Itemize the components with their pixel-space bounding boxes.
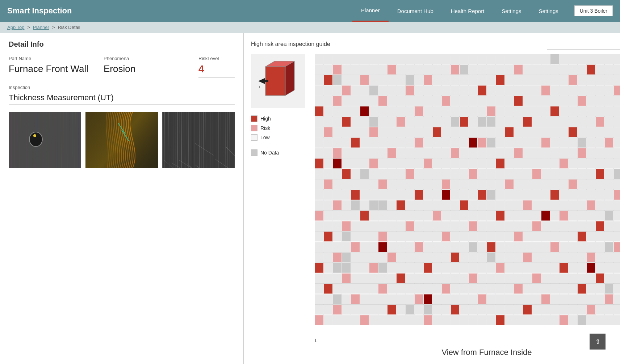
photo-3[interactable] (162, 112, 235, 168)
legend-low: Low (251, 134, 309, 141)
legend-low-color (251, 134, 257, 141)
inspection-label: Inspection (9, 85, 235, 90)
inspection-value: Thickness Measurement (UT) (9, 93, 235, 105)
grid-labels: L R (315, 336, 620, 345)
right-header: High risk area inspection guide Action (251, 39, 620, 50)
nav-health-report[interactable]: Health Report (442, 0, 493, 22)
part-name-value: Furnace Front Wall (9, 63, 89, 77)
left-panel: Detail Info Part Name Furnace Front Wall… (0, 33, 244, 364)
main-content: Detail Info Part Name Furnace Front Wall… (0, 33, 620, 364)
nav-settings-1[interactable]: Settings (493, 0, 530, 22)
grid-label-left: L (315, 338, 318, 343)
photo-2[interactable] (85, 112, 158, 168)
search-input[interactable] (547, 39, 620, 50)
svg-marker-1 (285, 61, 294, 96)
risk-level-label: RiskLevel (198, 56, 235, 61)
app-header: Smart Inspection Planner Document Hub He… (0, 0, 620, 22)
photos-row (9, 112, 235, 168)
phenomena-value: Erosion (104, 63, 184, 77)
legend-side: L High Risk Low (251, 54, 309, 360)
heatmap-grid (315, 54, 620, 336)
detail-info-title: Detail Info (9, 40, 235, 48)
photo-1[interactable] (9, 112, 81, 168)
breadcrumb-sep-1: > (27, 25, 30, 30)
legend-no-data: No Data (251, 149, 309, 156)
svg-text:L: L (259, 85, 261, 89)
scroll-top-button[interactable]: ⇧ (590, 334, 606, 350)
legend-risk-color (251, 125, 257, 131)
legend-no-data-color (251, 149, 257, 156)
furnace-image: L (251, 54, 305, 108)
legend-high: High (251, 115, 309, 122)
risk-level-value: 4 (198, 63, 235, 77)
nav-planner[interactable]: Planner (352, 0, 389, 22)
fields-row-1: Part Name Furnace Front Wall Phenomena E… (9, 56, 235, 77)
view-label: View from Furnace Inside (315, 345, 620, 360)
phenomena-label: Phenomena (104, 56, 184, 61)
header-controls: Action (547, 39, 620, 50)
furnace-3d-icon: L (258, 59, 298, 103)
legend-high-color (251, 115, 257, 122)
legend-high-label: High (260, 116, 271, 122)
part-name-group: Part Name Furnace Front Wall (9, 56, 89, 77)
unit-badge[interactable]: Unit 3 Boiler (574, 5, 613, 16)
legend-risk: Risk (251, 125, 309, 131)
breadcrumb: App Top > Planner > Risk Detail (0, 22, 620, 33)
legend-no-data-label: No Data (260, 150, 279, 156)
legend-risk-label: Risk (260, 125, 270, 131)
grid-area: L R View from Furnace Inside (315, 54, 620, 360)
right-body: L High Risk Low (251, 54, 620, 360)
phenomena-group: Phenomena Erosion (104, 56, 184, 77)
nav-document-hub[interactable]: Document Hub (389, 0, 442, 22)
guide-title: High risk area inspection guide (251, 41, 330, 47)
right-panel: High risk area inspection guide Action (244, 33, 620, 364)
main-nav: Planner Document Hub Health Report Setti… (352, 0, 613, 22)
svg-rect-0 (265, 67, 285, 96)
breadcrumb-current: Risk Detail (58, 25, 80, 30)
risk-level-group: RiskLevel 4 (198, 56, 235, 77)
breadcrumb-app-top[interactable]: App Top (7, 25, 24, 30)
breadcrumb-planner[interactable]: Planner (33, 25, 49, 30)
legend-items: High Risk Low No Data (251, 115, 309, 156)
app-title: Smart Inspection (7, 6, 72, 16)
part-name-label: Part Name (9, 56, 89, 61)
nav-settings-2[interactable]: Settings (530, 0, 567, 22)
legend-low-label: Low (260, 135, 270, 140)
breadcrumb-sep-2: > (52, 25, 55, 30)
